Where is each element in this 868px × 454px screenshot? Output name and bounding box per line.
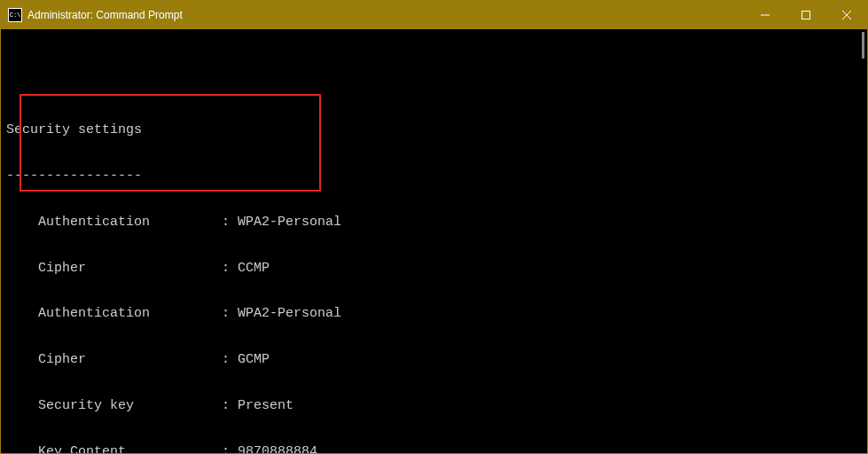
security-label-5: Key Content : 9870888884 xyxy=(6,444,317,455)
security-row-1: Cipher : CCMP xyxy=(6,261,862,276)
security-label-2: Authentication : WPA2-Personal xyxy=(6,306,341,321)
security-label-4: Security key : Present xyxy=(6,398,293,413)
terminal[interactable]: Security settings ----------------- Auth… xyxy=(1,29,867,453)
titlebar[interactable]: C:\ Administrator: Command Prompt xyxy=(1,1,867,29)
security-header: Security settings xyxy=(6,122,862,137)
window-controls xyxy=(745,1,867,29)
security-row-2: Authentication : WPA2-Personal xyxy=(6,306,862,321)
security-label-1: Cipher : CCMP xyxy=(6,261,270,276)
minimize-button[interactable] xyxy=(745,1,786,29)
security-row-3: Cipher : GCMP xyxy=(6,352,862,367)
cmd-icon: C:\ xyxy=(8,8,22,22)
maximize-button[interactable] xyxy=(786,1,826,29)
window-title: Administrator: Command Prompt xyxy=(27,9,745,21)
close-button[interactable] xyxy=(826,1,867,29)
security-row-0: Authentication : WPA2-Personal xyxy=(6,215,862,230)
svg-rect-0 xyxy=(802,12,810,20)
security-row-5: Key Content : 9870888884 xyxy=(6,444,862,455)
security-label-3: Cipher : GCMP xyxy=(6,352,270,367)
scrollbar[interactable] xyxy=(862,32,864,59)
security-row-4: Security key : Present xyxy=(6,398,862,413)
security-divider: ----------------- xyxy=(6,168,862,184)
security-label-0: Authentication : WPA2-Personal xyxy=(6,215,341,230)
